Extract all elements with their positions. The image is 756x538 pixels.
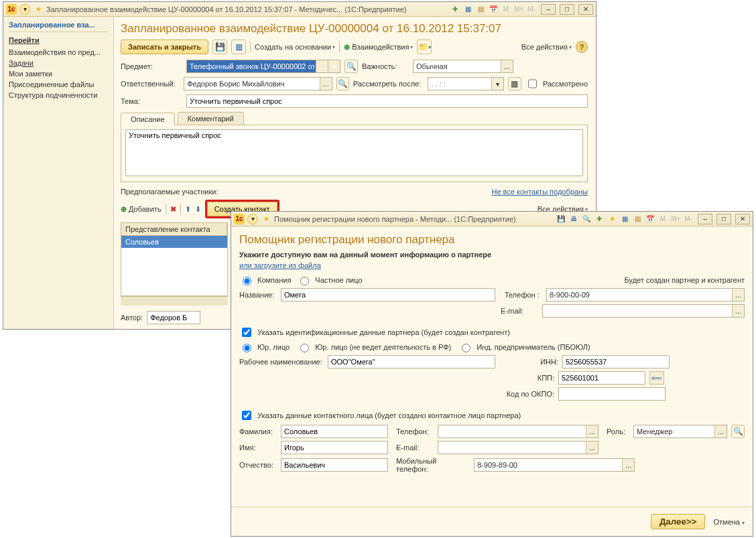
move-down-icon[interactable]: ⬇ [195, 205, 201, 214]
not-all-contacts-link[interactable]: Не все контакты подобраны [492, 188, 588, 196]
name-input[interactable] [281, 288, 495, 301]
next-button[interactable]: Далее>> [651, 514, 706, 529]
subject-ellipsis-icon[interactable]: … [316, 60, 328, 72]
sidebar-link-tasks[interactable]: Задачи [9, 58, 108, 68]
grid-icon[interactable]: ▦ [619, 214, 630, 224]
private-radio[interactable] [300, 277, 309, 285]
company-radio[interactable] [243, 277, 251, 285]
cancel-button[interactable]: Отмена ▾ [713, 518, 745, 526]
add-button[interactable]: ⊕Добавить [121, 205, 162, 214]
subject-combo[interactable]: Телефонный звонок ЦУ-00000002 от 1 … ✕ [186, 60, 340, 73]
email2-combo[interactable]: … [438, 441, 598, 454]
description-textarea[interactable]: Уточнить первичный спрос [125, 129, 583, 176]
calendar-icon[interactable]: 📅 [488, 4, 499, 15]
kpp-input[interactable] [558, 371, 645, 385]
sidebar-link-notes[interactable]: Мои заметки [9, 68, 108, 79]
save-icon[interactable]: 💾 [556, 214, 566, 224]
importance-combo[interactable]: Обычная … [413, 60, 513, 73]
sidebar-link-files[interactable]: Присоединенные файлы [9, 79, 108, 90]
legal-foreign-radio[interactable] [300, 344, 309, 352]
review-after-combo[interactable]: . . : : ▾ [428, 77, 504, 90]
author-input[interactable] [147, 311, 200, 324]
reviewed-checkbox[interactable] [528, 79, 537, 88]
mobile-ellipsis-icon[interactable]: … [622, 459, 634, 471]
titlebar2: 1c ▾ ★ Помощник регистрации нового партн… [231, 212, 753, 226]
close-button[interactable]: ✕ [735, 214, 750, 224]
phone2-ellipsis-icon[interactable]: … [586, 425, 598, 438]
role-magnifier-icon[interactable]: 🔍 [731, 425, 745, 438]
subject-magnifier-icon[interactable]: 🔍 [344, 60, 358, 73]
review-after-calendar-icon[interactable]: ▦ [508, 77, 521, 90]
create-based-on-menu[interactable]: Создать на основании▾ [255, 43, 335, 51]
tab-comment[interactable]: Комментарий [178, 112, 244, 125]
firstname-input[interactable] [281, 441, 388, 454]
email-combo[interactable]: … [542, 304, 745, 318]
sidebar-link-structure[interactable]: Структура подчиненности [9, 90, 108, 100]
maximize-button[interactable]: □ [560, 4, 574, 15]
grid-icon[interactable]: ▦ [462, 4, 473, 15]
email-ellipsis-icon[interactable]: … [732, 305, 744, 317]
contact-checkbox[interactable] [242, 411, 251, 420]
interactions-menu[interactable]: ⊕Взаимодействия▾ [344, 43, 413, 52]
surname-input[interactable] [281, 425, 388, 438]
patronymic-input[interactable] [281, 458, 388, 472]
okpo-input[interactable] [558, 387, 666, 401]
reviewed-label: Рассмотрено [543, 80, 588, 88]
move-up-icon[interactable]: ⬆ [185, 205, 191, 214]
ident-checkbox[interactable] [242, 328, 251, 337]
load-from-file-link[interactable]: или загрузите из файла [239, 261, 321, 269]
role-ellipsis-icon[interactable]: … [714, 425, 727, 438]
author-label: Автор: [121, 314, 143, 322]
star-icon[interactable]: ★ [261, 214, 271, 224]
responsible-ellipsis-icon[interactable]: … [320, 78, 332, 90]
all-actions-menu[interactable]: Все действия▾ [521, 43, 572, 51]
calendar-icon[interactable]: 📅 [645, 214, 655, 224]
topic-input[interactable] [186, 94, 588, 108]
folder-dropdown-icon[interactable]: 📁▾ [417, 40, 432, 54]
email2-ellipsis-icon[interactable]: … [586, 442, 598, 454]
minimize-button[interactable]: – [698, 214, 712, 224]
delete-icon[interactable]: ✖ [170, 205, 176, 214]
minimize-button[interactable]: – [541, 4, 556, 15]
star-icon[interactable]: ★ [33, 4, 44, 15]
mobile-combo[interactable]: 8-909-89-00 … [474, 458, 635, 472]
list-row[interactable]: Соловьев [121, 236, 227, 248]
calc-icon[interactable]: ▤ [475, 4, 486, 15]
participants-list[interactable]: Представление контакта Соловьев [121, 222, 228, 296]
maximize-button[interactable]: □ [716, 214, 731, 224]
window-partner-wizard: 1c ▾ ★ Помощник регистрации нового партн… [231, 211, 753, 537]
phone2-combo[interactable]: … [438, 425, 598, 438]
workname-input[interactable] [328, 355, 495, 368]
dropdown-icon[interactable]: ▾ [19, 4, 30, 15]
kpp-back-icon[interactable]: ⟸ [649, 371, 664, 385]
tab-description[interactable]: Описание [121, 113, 175, 125]
dropdown-icon[interactable]: ▾ [247, 214, 258, 224]
importance-ellipsis-icon[interactable]: … [501, 60, 513, 72]
print-icon[interactable]: 🖶 [568, 214, 579, 224]
contact-label: Указать данные контактного лица (будет с… [257, 411, 521, 419]
sidebar-header: Запланированное вза... [9, 21, 108, 29]
responsible-combo[interactable]: Федоров Борис Михайлович … [184, 77, 332, 90]
save-and-close-button[interactable]: Записать и закрыть [121, 40, 208, 54]
role-combo[interactable]: Менеджер … [633, 425, 727, 438]
preview-icon[interactable]: 🔍 [581, 214, 592, 224]
phone-ellipsis-icon[interactable]: … [732, 289, 744, 301]
legal-radio[interactable] [243, 344, 251, 352]
star2-icon[interactable]: ★ [607, 214, 617, 224]
fav-add-icon[interactable]: ✚ [594, 214, 605, 224]
close-button[interactable]: ✕ [578, 4, 593, 15]
help-icon[interactable]: ? [576, 41, 588, 53]
save-icon[interactable]: 💾 [212, 40, 227, 54]
h-scrollbar[interactable] [121, 296, 228, 306]
fav-add-icon[interactable]: ✚ [450, 4, 460, 15]
doc-icon[interactable]: ▦ [231, 40, 246, 54]
subject-clear-icon[interactable]: ✕ [328, 60, 340, 72]
sidebar-link-interactions[interactable]: Взаимодействия по пред... [9, 47, 108, 58]
ind-radio-label: Инд. предприниматель (ПБОЮЛ) [477, 343, 590, 351]
responsible-magnifier-icon[interactable]: 🔍 [336, 77, 349, 90]
phone-combo[interactable]: 8-900-00-09 … [546, 288, 745, 301]
review-after-dropdown-icon[interactable]: ▾ [491, 78, 503, 90]
ind-radio[interactable] [462, 344, 470, 352]
calc-icon[interactable]: ▤ [632, 214, 643, 224]
inn-input[interactable] [562, 355, 670, 368]
